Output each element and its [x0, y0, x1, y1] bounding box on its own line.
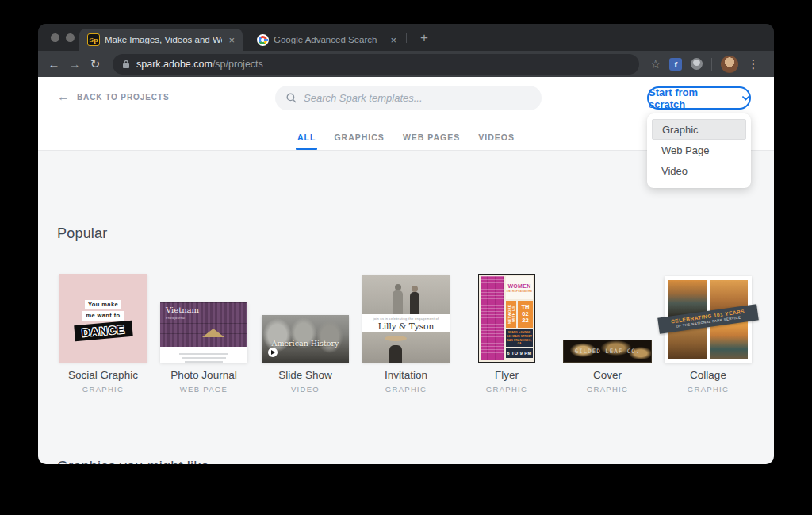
start-from-scratch-button[interactable]: Start from scratch: [647, 86, 751, 110]
flyer-pattern-column: [481, 276, 504, 360]
template-card-flyer[interactable]: WOMEN ENTREPRENEURS NETWORK WITH US TH 0…: [455, 273, 558, 394]
dance-text-line2: me want to: [82, 311, 123, 321]
template-card-invitation[interactable]: join us in celebrating the engagement of…: [354, 273, 458, 394]
start-from-scratch-dropdown: Graphic Web Page Video: [647, 113, 751, 188]
chevron-down-icon: [742, 96, 749, 101]
placeholder-text-lines: [160, 347, 247, 363]
invitation-text-band: join us in celebrating the engagement of…: [362, 314, 450, 332]
card-title: Cover: [556, 369, 659, 381]
card-type: VIDEO: [254, 385, 357, 394]
flyer-date-box: TH 02 22: [518, 301, 533, 328]
address-bar[interactable]: spark.adobe.com/sp/projects: [113, 54, 639, 75]
profile-avatar[interactable]: [721, 56, 738, 73]
card-title: Invitation: [354, 369, 458, 381]
google-favicon-bar: [264, 39, 268, 41]
tab-close-icon[interactable]: ×: [389, 35, 398, 45]
card-type: GRAPHIC: [455, 385, 558, 394]
flyer-network-text: NETWORK WITH US: [506, 301, 516, 328]
collage-thumbnail: CELEBRATING 101 YEARS OF THE NATIONAL PA…: [665, 276, 752, 363]
lock-icon: [122, 60, 130, 69]
invitation-thumbnail: join us in celebrating the engagement of…: [362, 275, 450, 363]
extension-icon[interactable]: [691, 58, 703, 70]
tab-separator: [406, 33, 407, 43]
reload-icon[interactable]: ↻: [86, 57, 105, 71]
filter-tab-videos[interactable]: VIDEOS: [477, 133, 516, 150]
google-favicon-icon: [257, 34, 269, 46]
dropdown-item-video[interactable]: Video: [652, 160, 746, 181]
card-type: GRAPHIC: [52, 385, 155, 394]
tab-title: Make Images, Videos and Web: [105, 35, 222, 44]
minimize-window-button[interactable]: [66, 33, 75, 42]
flyer-thumbnail: WOMEN ENTREPRENEURS NETWORK WITH US TH 0…: [478, 274, 535, 363]
card-type: WEB PAGE: [152, 385, 255, 394]
photo-journal-heading: Vietnam: [166, 306, 199, 314]
invitation-small-text: join us in celebrating the engagement of: [362, 314, 450, 321]
card-type: GRAPHIC: [354, 385, 458, 394]
flyer-women-text: WOMEN: [508, 283, 530, 289]
back-icon[interactable]: ←: [44, 57, 63, 71]
back-to-projects-link[interactable]: ← BACK TO PROJECTS: [57, 90, 169, 103]
card-title: Collage: [657, 369, 760, 381]
close-window-button[interactable]: [51, 33, 59, 42]
card-title: Photo Journal: [152, 369, 255, 381]
invitation-names: Lilly & Tyson: [362, 321, 450, 331]
next-section-title: Graphics you might like: [57, 459, 209, 464]
dropdown-item-graphic[interactable]: Graphic: [652, 119, 746, 140]
card-title: Flyer: [455, 369, 558, 381]
flyer-time-box: 6 TO 9 PM: [506, 348, 533, 358]
template-card-social-graphic[interactable]: You make me want to DANCE Social Graphic…: [52, 273, 155, 394]
url-domain: spark.adobe.com: [136, 59, 213, 70]
play-icon: [268, 348, 278, 357]
tab-google-advanced-search[interactable]: Google Advanced Search ×: [249, 29, 404, 51]
back-link-label: BACK TO PROJECTS: [77, 93, 169, 102]
filter-tab-all[interactable]: ALL: [296, 133, 317, 150]
card-title: Social Graphic: [52, 369, 155, 381]
start-button-label: Start from scratch: [649, 86, 737, 110]
toolbar-separator: [711, 58, 712, 71]
card-type: GRAPHIC: [556, 385, 659, 394]
invitation-photo-top: [362, 275, 450, 314]
browser-window: Sp Make Images, Videos and Web × Google …: [38, 24, 774, 464]
cover-thumbnail: GILDED LEAF CO.: [563, 340, 652, 363]
url-path: /sp/projects: [213, 59, 263, 70]
template-card-collage[interactable]: CELEBRATING 101 YEARS OF THE NATIONAL PA…: [657, 273, 760, 394]
dance-text-line1: You make: [85, 300, 121, 309]
facebook-extension-icon[interactable]: f: [669, 58, 682, 71]
slide-show-heading: American History: [262, 339, 349, 348]
flyer-title-box: WOMEN ENTREPRENEURS: [506, 276, 533, 299]
tab-title: Google Advanced Search: [274, 35, 384, 44]
popular-section-title: Popular: [57, 225, 107, 242]
dance-text-big: DANCE: [74, 320, 132, 340]
template-card-photo-journal[interactable]: Vietnam Photojournal Photo Journal WEB P…: [152, 273, 255, 394]
dropdown-item-web-page[interactable]: Web Page: [652, 140, 746, 160]
cover-heading: GILDED LEAF CO.: [575, 348, 641, 355]
bookmark-star-icon[interactable]: ☆: [650, 57, 661, 71]
screenshot-canvas: Sp Make Images, Videos and Web × Google …: [0, 0, 812, 515]
invitation-photo-bottom: [362, 332, 450, 363]
tab-close-icon[interactable]: ×: [227, 35, 236, 45]
social-graphic-thumbnail: You make me want to DANCE: [59, 274, 147, 363]
new-tab-button[interactable]: +: [414, 29, 435, 48]
flyer-entrepreneurs-text: ENTREPRENEURS: [507, 290, 532, 293]
person-with-conical-hat: [201, 315, 225, 347]
filter-tab-web-pages[interactable]: WEB PAGES: [401, 133, 462, 150]
template-card-slide-show[interactable]: American History Slide Show VIDEO: [254, 273, 357, 394]
card-type: GRAPHIC: [657, 385, 760, 394]
forward-icon[interactable]: →: [65, 57, 84, 71]
spark-favicon-icon: Sp: [87, 33, 100, 46]
photo-journal-subheading: Photojournal: [166, 317, 185, 320]
browser-toolbar: ← → ↻ spark.adobe.com/sp/projects ☆ f ⋮: [38, 51, 774, 77]
spark-projects-page: ← BACK TO PROJECTS Search Spark template…: [38, 77, 774, 464]
filter-tab-graphics[interactable]: GRAPHICS: [332, 133, 385, 150]
back-arrow-icon: ←: [57, 90, 70, 103]
template-card-cover[interactable]: GILDED LEAF CO. Cover GRAPHIC: [556, 273, 659, 394]
card-title: Slide Show: [254, 369, 357, 381]
template-search-input[interactable]: Search Spark templates...: [275, 86, 542, 110]
photo-journal-image: Vietnam Photojournal: [160, 302, 247, 347]
tab-adobe-spark[interactable]: Sp Make Images, Videos and Web ×: [79, 29, 243, 51]
search-icon: [286, 93, 297, 103]
search-placeholder: Search Spark templates...: [304, 92, 423, 104]
photo-journal-thumbnail: Vietnam Photojournal: [160, 302, 247, 363]
browser-menu-icon[interactable]: ⋮: [747, 57, 759, 71]
flyer-address-box: SPARK LOUNGE 123 MAIN STREET SAN FRANCIS…: [506, 329, 533, 347]
